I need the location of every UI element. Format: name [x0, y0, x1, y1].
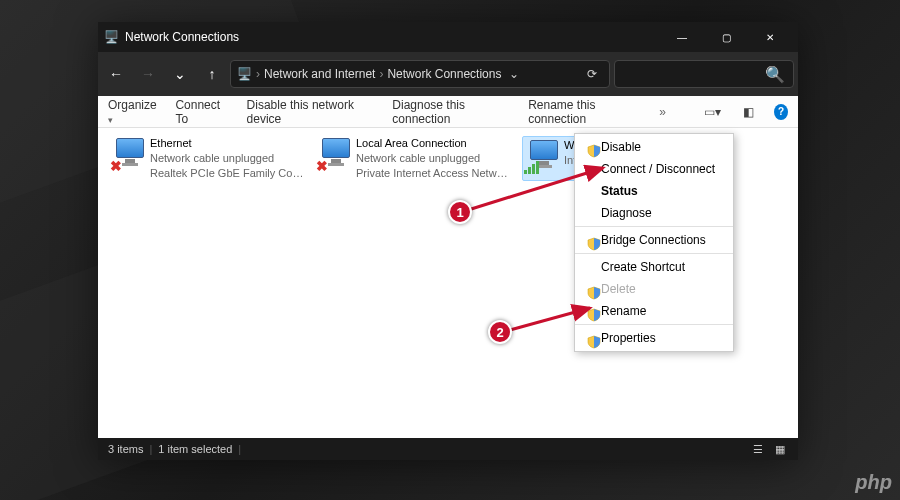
adapter-status: Network cable unplugged — [356, 151, 512, 166]
command-bar: Organize Connect To Disable this network… — [98, 96, 798, 128]
back-button[interactable]: ← — [102, 60, 130, 88]
menu-create-shortcut[interactable]: Create Shortcut — [575, 256, 733, 278]
menu-bridge-connections[interactable]: Bridge Connections — [575, 229, 733, 251]
minimize-button[interactable]: — — [660, 22, 704, 52]
overflow-button[interactable]: » — [659, 105, 666, 119]
diagnose-button[interactable]: Diagnose this connection — [392, 98, 510, 126]
adapter-icon: ✖ — [110, 136, 150, 176]
recent-locations-button[interactable]: ⌄ — [166, 60, 194, 88]
adapter-name: Ethernet — [150, 136, 306, 151]
status-bar: 3 items | 1 item selected | ☰ ▦ — [98, 438, 798, 460]
chevron-right-icon: › — [256, 67, 260, 81]
disconnected-icon: ✖ — [316, 158, 328, 174]
annotation-marker-1: 1 — [448, 200, 472, 224]
search-icon: 🔍 — [765, 65, 785, 84]
breadcrumb-part[interactable]: Network Connections — [387, 67, 501, 81]
context-menu: Disable Connect / Disconnect Status Diag… — [574, 133, 734, 352]
large-icons-view-icon[interactable]: ▦ — [772, 442, 788, 456]
address-bar[interactable]: 🖥️ › Network and Internet › Network Conn… — [230, 60, 610, 88]
titlebar: 🖥️ Network Connections — ▢ ✕ — [98, 22, 798, 52]
menu-diagnose[interactable]: Diagnose — [575, 202, 733, 224]
nav-row: ← → ⌄ ↑ 🖥️ › Network and Internet › Netw… — [98, 52, 798, 96]
view-options-button[interactable]: ▭▾ — [702, 105, 723, 119]
disconnected-icon: ✖ — [110, 158, 122, 174]
adapter-status: Network cable unplugged — [150, 151, 306, 166]
breadcrumb-part[interactable]: Network and Internet — [264, 67, 375, 81]
refresh-button[interactable]: ⟳ — [581, 67, 603, 81]
menu-delete: Delete — [575, 278, 733, 300]
details-view-icon[interactable]: ☰ — [750, 442, 766, 456]
selection-count: 1 item selected — [158, 443, 232, 455]
signal-bars-icon — [524, 161, 539, 174]
adapter-ethernet[interactable]: ✖ Ethernet Network cable unplugged Realt… — [110, 136, 306, 181]
menu-disable[interactable]: Disable — [575, 136, 733, 158]
annotation-marker-2: 2 — [488, 320, 512, 344]
disable-device-button[interactable]: Disable this network device — [247, 98, 375, 126]
chevron-right-icon: › — [379, 67, 383, 81]
adapter-device: Private Internet Access Network A... — [356, 166, 512, 181]
up-button[interactable]: ↑ — [198, 60, 226, 88]
connect-to-button[interactable]: Connect To — [175, 98, 228, 126]
rename-button[interactable]: Rename this connection — [528, 98, 641, 126]
adapter-icon — [524, 138, 564, 178]
watermark: php — [855, 471, 892, 494]
menu-properties[interactable]: Properties — [575, 327, 733, 349]
close-button[interactable]: ✕ — [748, 22, 792, 52]
search-box[interactable]: 🔍 — [614, 60, 794, 88]
window-title: Network Connections — [125, 30, 239, 44]
menu-status[interactable]: Status — [575, 180, 733, 202]
preview-pane-button[interactable]: ◧ — [741, 105, 756, 119]
menu-rename[interactable]: Rename — [575, 300, 733, 322]
app-icon: 🖥️ — [104, 30, 119, 44]
breadcrumb-icon: 🖥️ — [237, 67, 252, 81]
item-count: 3 items — [108, 443, 143, 455]
adapter-icon: ✖ — [316, 136, 356, 176]
organize-menu[interactable]: Organize — [108, 98, 157, 126]
maximize-button[interactable]: ▢ — [704, 22, 748, 52]
adapter-local-area-connection[interactable]: ✖ Local Area Connection Network cable un… — [316, 136, 512, 181]
address-dropdown-icon[interactable]: ⌄ — [505, 67, 523, 81]
menu-connect-disconnect[interactable]: Connect / Disconnect — [575, 158, 733, 180]
adapter-device: Realtek PCIe GbE Family Controller — [150, 166, 306, 181]
adapter-name: Local Area Connection — [356, 136, 512, 151]
help-button[interactable]: ? — [774, 104, 788, 120]
forward-button[interactable]: → — [134, 60, 162, 88]
